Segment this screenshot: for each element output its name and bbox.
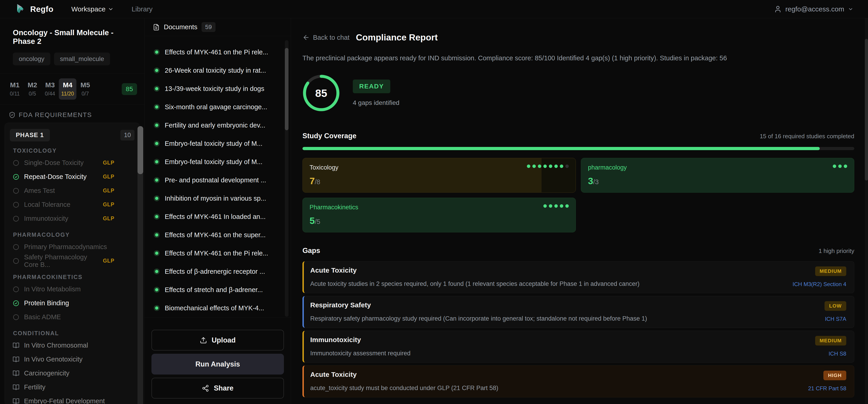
module-tab-m2[interactable]: M20/5 xyxy=(24,78,41,100)
book-icon xyxy=(12,356,20,363)
requirement-item[interactable]: Primary Pharmacodynamics xyxy=(10,240,134,254)
user-icon xyxy=(774,5,782,13)
requirement-item[interactable]: Fertility xyxy=(10,380,134,394)
coverage-cards: Toxicology7/8pharmacology3/3Pharmacokine… xyxy=(303,158,854,232)
back-to-chat-link[interactable]: Back to chat xyxy=(303,34,349,41)
module-tab-m4[interactable]: M411/20 xyxy=(59,78,76,100)
documents-scrollbar-thumb[interactable] xyxy=(285,48,288,130)
coverage-dot-icon xyxy=(565,165,569,168)
document-item[interactable]: Inhibition of myosin in various sp... xyxy=(145,189,291,207)
requirement-item[interactable]: Protein Binding xyxy=(10,296,134,310)
document-item[interactable]: Embryo-fetal toxicity study of M... xyxy=(145,134,291,153)
account-menu[interactable]: regfo@access.com xyxy=(774,5,854,13)
document-item[interactable]: Effects of stretch and β-adrener... xyxy=(145,280,291,299)
regulation-ref-link[interactable]: ICH M3(R2) Section 4 xyxy=(793,281,846,288)
study-coverage-header: Study Coverage 15 of 16 required studies… xyxy=(303,132,854,140)
requirement-item[interactable]: Repeat-Dose ToxicityGLP xyxy=(10,170,134,184)
circle-icon xyxy=(12,286,20,293)
requirement-item[interactable]: Carcinogenicity xyxy=(10,366,134,380)
nav-library[interactable]: Library xyxy=(131,5,153,13)
gap-card: Acute ToxicityMEDIUMAcute toxicity studi… xyxy=(303,261,854,293)
document-title: Biomechanical effects of MYK-4... xyxy=(165,304,264,312)
gap-description: Acute toxicity studies in 2 species requ… xyxy=(310,280,640,288)
requirement-item[interactable]: ImmunotoxicityGLP xyxy=(10,212,134,226)
documents-column: Documents 59 Effects of MYK-461 on the P… xyxy=(145,18,291,404)
gap-description: Respiratory safety pharmacology study re… xyxy=(310,315,647,322)
requirements-scrollbar[interactable] xyxy=(137,126,143,404)
document-item[interactable]: Fertility and early embryonic dev... xyxy=(145,116,291,134)
coverage-count-total: /8 xyxy=(315,178,320,186)
severity-badge: MEDIUM xyxy=(815,266,846,276)
requirement-item[interactable]: Ames TestGLP xyxy=(10,184,134,198)
module-id: M4 xyxy=(59,81,76,89)
requirement-item[interactable]: Safety Pharmacology Core B...GLP xyxy=(10,254,134,268)
book-icon xyxy=(12,384,20,391)
nav-workspace[interactable]: Workspace xyxy=(71,5,114,13)
document-item[interactable]: Effects of β-adrenergic receptor ... xyxy=(145,262,291,280)
upload-icon xyxy=(200,337,207,344)
coverage-dot-icon xyxy=(527,165,530,168)
documents-title: Documents xyxy=(164,23,197,31)
requirement-item[interactable]: Basic ADME xyxy=(10,310,134,324)
report-scrollbar-thumb[interactable] xyxy=(865,39,868,180)
requirements-scrollbar-thumb[interactable] xyxy=(137,126,143,174)
status-dot-icon xyxy=(154,86,160,92)
coverage-fill xyxy=(303,198,576,232)
document-title: Pre- and postnatal development ... xyxy=(165,176,266,184)
document-item[interactable]: 13-/39-week toxicity study in dogs xyxy=(145,79,291,98)
document-item[interactable]: 26-Week oral toxicity study in rat... xyxy=(145,61,291,79)
gap-name: Acute Toxicity xyxy=(310,371,357,378)
coverage-count-total: /5 xyxy=(315,218,320,225)
document-item[interactable]: Effects of MYK-461 on the Pi rele... xyxy=(145,244,291,262)
chevron-down-icon xyxy=(848,6,854,12)
module-tab-m1[interactable]: M10/11 xyxy=(6,78,24,100)
status-dot-core xyxy=(155,50,158,54)
status-dot-core xyxy=(155,288,158,291)
module-count: 0/11 xyxy=(6,91,24,97)
requirement-label: Ames Test xyxy=(24,187,55,195)
coverage-fill xyxy=(303,158,541,192)
module-tab-m3[interactable]: M30/44 xyxy=(41,78,59,100)
regulation-ref-link[interactable]: 21 CFR Part 58 xyxy=(808,385,846,392)
regulation-ref-link[interactable]: ICH S8 xyxy=(829,350,846,357)
module-count: 0/7 xyxy=(76,91,94,97)
document-item[interactable]: Effects of MYK-461 on the super... xyxy=(145,226,291,244)
coverage-fill xyxy=(581,158,854,192)
module-tabs: M10/11M20/5M30/44M411/20M50/785 xyxy=(0,74,144,104)
module-tab-m5[interactable]: M50/7 xyxy=(76,78,94,100)
score-meta: READY 4 gaps identified xyxy=(353,79,399,106)
document-item[interactable]: Effects of MYK-461 on the Pi rele... xyxy=(145,43,291,61)
documents-header: Documents 59 xyxy=(145,18,291,36)
report-summary: The preclinical package appears ready fo… xyxy=(303,55,854,62)
requirement-item[interactable]: Local ToleranceGLP xyxy=(10,198,134,212)
requirement-item[interactable]: Single-Dose ToxicityGLP xyxy=(10,156,134,170)
requirement-label: Carcinogenicity xyxy=(24,370,69,377)
documents-count-badge: 59 xyxy=(202,22,216,32)
regulation-ref-link[interactable]: ICH S7A xyxy=(825,316,846,322)
severity-badge: LOW xyxy=(825,301,846,311)
requirement-item[interactable]: In Vitro Chromosomal xyxy=(10,338,134,352)
requirement-label: Repeat-Dose Toxicity xyxy=(24,173,87,180)
document-item[interactable]: Biomechanical effects of MYK-4... xyxy=(145,299,291,317)
nav-workspace-label: Workspace xyxy=(71,5,106,13)
requirement-item[interactable]: In Vitro Metabolism xyxy=(10,282,134,296)
requirement-item[interactable]: In Vivo Genotoxicity xyxy=(10,352,134,366)
coverage-card-pharmacokinetics: Pharmacokinetics5/5 xyxy=(303,198,576,232)
document-item[interactable]: Effects of MYK-461 In loaded an... xyxy=(145,207,291,226)
requirement-item[interactable]: Embryo-Fetal Development xyxy=(10,394,134,404)
check-circle-icon xyxy=(12,173,20,180)
document-item[interactable]: Embryo-fetal toxicity study of M... xyxy=(145,153,291,171)
share-button[interactable]: Share xyxy=(151,378,284,399)
fda-requirements-header: FDA REQUIREMENTS xyxy=(0,104,144,123)
glp-badge: GLP xyxy=(103,258,114,264)
status-dot-icon xyxy=(154,177,160,183)
upload-button[interactable]: Upload xyxy=(151,330,284,350)
brand[interactable]: Regfo xyxy=(14,3,54,15)
run-analysis-button[interactable]: Run Analysis xyxy=(151,354,284,374)
glp-badge: GLP xyxy=(103,160,114,166)
coverage-dots xyxy=(544,204,569,208)
score-ring: 85 xyxy=(303,74,340,112)
document-item[interactable]: Pre- and postnatal development ... xyxy=(145,171,291,189)
document-item[interactable]: Six-month oral gavage carcinoge... xyxy=(145,98,291,116)
top-nav: Workspace Library xyxy=(71,5,153,13)
